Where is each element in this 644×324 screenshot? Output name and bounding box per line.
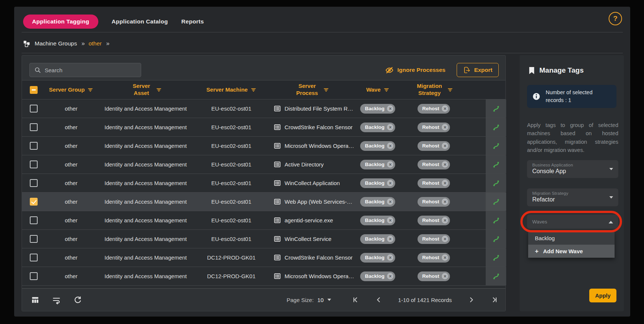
table-row[interactable]: other Identity and Access Management EU-… [22, 118, 505, 137]
columns-icon[interactable] [31, 296, 39, 304]
strategy-tag[interactable]: Rehost × [418, 123, 450, 132]
strategy-tag[interactable]: Rehost × [418, 141, 450, 151]
search-box[interactable] [29, 63, 141, 77]
route-icon[interactable] [492, 179, 500, 187]
table-row[interactable]: other Identity and Access Management EU-… [22, 193, 505, 211]
first-page-button[interactable] [352, 296, 359, 304]
row-checkbox[interactable] [30, 123, 38, 131]
route-icon[interactable] [492, 198, 500, 206]
remove-tag-icon[interactable]: × [387, 236, 393, 242]
column-header-wave[interactable]: Wave [354, 86, 401, 93]
table-row[interactable]: other Identity and Access Management EU-… [22, 99, 505, 118]
strategy-tag[interactable]: Rehost × [418, 197, 450, 207]
column-header-server-machine[interactable]: Server Machine [194, 86, 269, 93]
column-header-migration-strategy[interactable]: Migration Strategy [401, 83, 466, 97]
waves-select[interactable]: Waves [527, 215, 618, 229]
breadcrumb-other[interactable]: other [89, 40, 102, 47]
filter-icon[interactable] [251, 87, 256, 93]
wave-tag[interactable]: Backlog × [360, 141, 396, 151]
row-checkbox[interactable] [30, 272, 38, 280]
remove-tag-icon[interactable]: × [387, 124, 393, 130]
remove-tag-icon[interactable]: × [442, 254, 448, 261]
row-checkbox[interactable] [30, 142, 38, 150]
previous-page-button[interactable] [375, 296, 383, 304]
filter-icon[interactable] [447, 87, 453, 93]
wave-tag[interactable]: Backlog × [360, 197, 396, 207]
tab-application-catalog[interactable]: Application Catalog [112, 18, 168, 25]
tab-application-tagging[interactable]: Application Tagging [23, 15, 98, 29]
last-page-button[interactable] [491, 296, 498, 304]
select-all-checkbox[interactable] [30, 86, 38, 94]
migration-strategy-select[interactable]: Migration Strategy Refactor [527, 188, 618, 206]
wave-tag[interactable]: Backlog × [360, 216, 396, 225]
strategy-tag[interactable]: Rehost × [418, 104, 450, 114]
column-header-server-asset[interactable]: Server Asset [97, 83, 194, 97]
remove-tag-icon[interactable]: × [387, 273, 393, 279]
wave-tag[interactable]: Backlog × [360, 178, 396, 188]
route-icon[interactable] [492, 235, 500, 243]
strategy-tag[interactable]: Rehost × [418, 271, 450, 281]
route-icon[interactable] [492, 123, 500, 131]
remove-tag-icon[interactable]: × [442, 124, 448, 130]
next-page-button[interactable] [467, 296, 475, 304]
column-header-server-process[interactable]: Server Process [269, 83, 354, 97]
export-button[interactable]: Export [457, 63, 499, 77]
route-icon[interactable] [492, 161, 500, 169]
row-checkbox[interactable] [30, 198, 38, 206]
wave-tag[interactable]: Backlog × [360, 104, 396, 114]
remove-tag-icon[interactable]: × [442, 161, 448, 168]
tab-reports[interactable]: Reports [181, 18, 204, 25]
remove-tag-icon[interactable]: × [387, 198, 393, 205]
filter-icon[interactable] [384, 87, 389, 93]
wave-tag[interactable]: Backlog × [360, 253, 396, 263]
page-size-control[interactable]: Page Size: 10 [287, 297, 331, 303]
table-row[interactable]: other Identity and Access Management EU-… [22, 230, 505, 248]
apply-button[interactable]: Apply [589, 289, 616, 302]
wave-tag[interactable]: Backlog × [360, 123, 396, 132]
refresh-icon[interactable] [73, 296, 82, 304]
remove-tag-icon[interactable]: × [442, 105, 448, 112]
row-checkbox[interactable] [30, 216, 38, 224]
table-row[interactable]: other Identity and Access Management EU-… [22, 174, 505, 193]
remove-tag-icon[interactable]: × [387, 217, 393, 223]
remove-tag-icon[interactable]: × [442, 180, 448, 186]
remove-tag-icon[interactable]: × [442, 217, 448, 223]
help-button[interactable]: ? [609, 12, 622, 25]
row-checkbox[interactable] [30, 179, 38, 187]
filter-icon[interactable] [88, 87, 93, 93]
search-input[interactable] [45, 67, 136, 73]
strategy-tag[interactable]: Rehost × [418, 216, 450, 225]
strategy-tag[interactable]: Rehost × [418, 160, 450, 169]
column-header-server-group[interactable]: Server Group [45, 86, 97, 93]
table-row[interactable]: other Identity and Access Management EU-… [22, 155, 505, 174]
wave-tag[interactable]: Backlog × [360, 160, 396, 169]
row-checkbox[interactable] [30, 235, 38, 243]
table-row[interactable]: other Identity and Access Management EU-… [22, 137, 505, 155]
table-row[interactable]: other Identity and Access Management DC1… [22, 248, 505, 267]
breadcrumb-machine-groups[interactable]: Machine Groups [35, 40, 77, 47]
ignore-processes-button[interactable]: Ignore Processes [385, 66, 445, 74]
route-icon[interactable] [492, 254, 500, 262]
strategy-tag[interactable]: Rehost × [418, 253, 450, 263]
table-row[interactable]: other Identity and Access Management EU-… [22, 211, 505, 230]
remove-tag-icon[interactable]: × [387, 161, 393, 168]
route-icon[interactable] [492, 105, 500, 113]
add-new-wave-option[interactable]: + Add New Wave [528, 245, 615, 258]
row-checkbox[interactable] [30, 254, 38, 261]
route-icon[interactable] [492, 216, 500, 225]
filter-icon[interactable] [323, 87, 329, 93]
wave-option-backlog[interactable]: Backlog [528, 232, 615, 245]
remove-tag-icon[interactable]: × [442, 143, 448, 149]
wave-tag[interactable]: Backlog × [360, 234, 396, 244]
row-checkbox[interactable] [30, 105, 38, 112]
route-icon[interactable] [492, 142, 500, 150]
filter-icon[interactable] [156, 87, 162, 93]
strategy-tag[interactable]: Rehost × [418, 178, 450, 188]
business-application-select[interactable]: Business Application Console App [527, 160, 618, 178]
text-wrap-icon[interactable] [52, 296, 61, 304]
wave-tag[interactable]: Backlog × [360, 271, 396, 281]
remove-tag-icon[interactable]: × [387, 143, 393, 149]
row-checkbox[interactable] [30, 161, 38, 168]
table-row[interactable]: other Identity and Access Management DC1… [22, 267, 505, 286]
route-icon[interactable] [492, 272, 500, 280]
